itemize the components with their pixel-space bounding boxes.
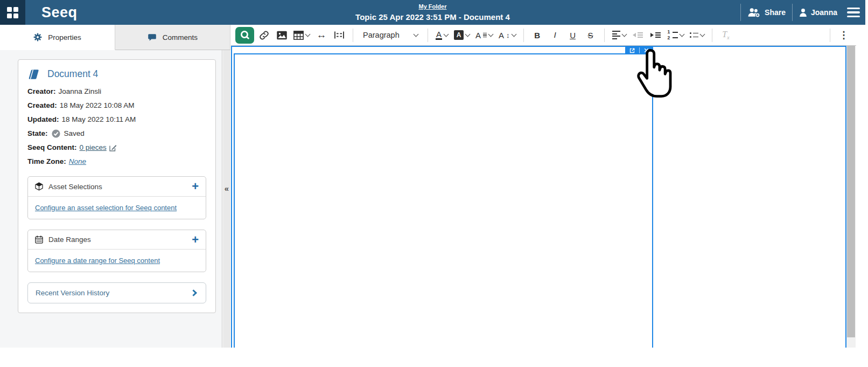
chevron-down-icon (679, 31, 684, 37)
date-ranges-card: Date Ranges + Configure a date range for… (27, 230, 206, 272)
seeq-content-pieces-link[interactable]: 0 pieces (80, 143, 107, 151)
page-width-button[interactable]: ↔ (313, 27, 330, 43)
strikethrough-button[interactable]: S (583, 27, 599, 43)
underline-button[interactable]: U (565, 27, 581, 43)
main-menu-button[interactable] (847, 8, 860, 18)
recent-version-history-label: Recent Version History (36, 289, 109, 297)
seeq-content-row: Seeq Content: 0 pieces (27, 143, 206, 152)
font-family-icon: A (475, 31, 481, 40)
italic-button[interactable]: I (547, 27, 563, 43)
toolbar-separator (830, 29, 830, 42)
user-label: Joanna (811, 8, 837, 17)
editor-scrollbar-thumb[interactable] (847, 46, 855, 337)
link-button[interactable] (256, 27, 272, 43)
outdent-icon (633, 32, 643, 37)
document-editor-canvas[interactable] (231, 46, 846, 348)
toolbar-overflow-button[interactable]: ⋮ (836, 27, 852, 43)
numbered-list-dropdown[interactable]: 1 2 (666, 27, 686, 43)
font-family-button[interactable]: A (473, 27, 495, 43)
chevron-down-icon (621, 31, 627, 37)
bold-button[interactable]: B (529, 27, 545, 43)
bulleted-list-dropdown[interactable] (688, 27, 707, 43)
configure-asset-selection-link[interactable]: Configure an asset selection for Seeq co… (35, 204, 177, 212)
close-icon (644, 48, 649, 53)
tab-properties[interactable]: Properties (0, 25, 115, 50)
date-ranges-title: Date Ranges (48, 236, 91, 244)
tab-comments[interactable]: Comments (115, 25, 230, 50)
toolbar-separator (712, 29, 712, 42)
align-left-icon (612, 31, 620, 39)
home-button[interactable] (0, 0, 25, 25)
background-color-button[interactable]: A (452, 27, 472, 43)
toolbar-separator (604, 29, 605, 42)
updated-value: 18 May 2022 10:11 AM (62, 115, 136, 123)
breadcrumb-my-folder[interactable]: My Folder (419, 3, 447, 10)
toolbar-separator (428, 29, 428, 42)
close-widget-button[interactable] (644, 48, 649, 53)
editor-scrollbar (846, 46, 856, 348)
background-color-icon: A (454, 30, 464, 40)
editor-toolbar: ↔ Paragraph A A A A ↕ B I U (231, 25, 856, 46)
time-zone-link[interactable]: None (69, 157, 86, 165)
topbar-divider (792, 4, 793, 21)
edit-icon[interactable] (109, 144, 117, 151)
share-label: Share (765, 8, 786, 17)
sidebar-collapse-strip: « (223, 50, 230, 348)
chevron-down-icon (305, 31, 311, 37)
paragraph-style-label: Paragraph (363, 31, 400, 39)
remove-format-button[interactable]: Tx (718, 27, 734, 43)
comment-icon (148, 33, 157, 41)
indent-button[interactable] (648, 27, 664, 43)
page-title: Topic 25 Apr 2022 3:51 PM - Document 4 (355, 12, 510, 22)
text-alignment-dropdown[interactable] (610, 27, 628, 43)
document-icon (27, 69, 40, 80)
sidebar-collapse-button[interactable]: « (223, 184, 230, 193)
font-size-button[interactable]: A ↕ (496, 27, 518, 43)
app-grid-icon (7, 7, 18, 18)
configure-date-range-link[interactable]: Configure a date range for Seeq content (35, 257, 160, 265)
add-date-range-button[interactable]: + (192, 236, 199, 244)
indent-icon (650, 32, 661, 37)
up-down-arrow-icon: ↕ (506, 31, 510, 39)
chevron-down-icon (465, 31, 471, 37)
document-properties-card: Document 4 Creator: Joanna Zinsli Create… (18, 59, 216, 313)
open-widget-button[interactable] (629, 48, 635, 53)
chevron-down-icon (414, 31, 419, 37)
creator-row: Creator: Joanna Zinsli (27, 87, 206, 96)
hamburger-icon (847, 8, 860, 10)
page-break-button[interactable] (331, 27, 347, 43)
check-circle-icon (52, 129, 60, 138)
share-button[interactable]: Share (747, 8, 786, 18)
paragraph-style-dropdown[interactable]: Paragraph (359, 27, 422, 43)
recent-version-history-button[interactable]: Recent Version History (27, 282, 206, 303)
font-color-button[interactable]: A (433, 27, 450, 43)
toolbar-separator (523, 29, 524, 42)
chevron-down-icon (511, 31, 516, 37)
link-icon (259, 30, 269, 40)
insert-seeq-content-button[interactable] (235, 27, 254, 44)
state-value: Saved (64, 129, 85, 137)
topbar-divider (740, 4, 741, 21)
selected-content-widget[interactable] (234, 53, 653, 348)
table-icon (293, 31, 304, 40)
page-break-icon (334, 31, 345, 39)
bulleted-list-icon (690, 32, 699, 38)
seeq-logo[interactable]: Seeq (41, 4, 78, 21)
insert-table-button[interactable] (291, 27, 312, 43)
creator-value: Joanna Zinsli (59, 87, 102, 95)
asset-selections-card: Asset Selections + Configure an asset se… (27, 176, 206, 219)
cube-icon (35, 182, 43, 191)
created-row: Created: 18 May 2022 10:08 AM (27, 101, 206, 110)
chevron-down-icon (444, 31, 449, 37)
outdent-button[interactable] (630, 27, 646, 43)
user-menu-button[interactable]: Joanna (799, 8, 837, 17)
font-family-lines-icon (483, 33, 487, 38)
image-icon (276, 31, 288, 40)
insert-image-button[interactable] (274, 27, 290, 43)
remove-format-icon: Tx (722, 30, 729, 40)
tab-comments-label: Comments (163, 33, 198, 41)
topbar-title-block: My Folder Topic 25 Apr 2022 3:51 PM - Do… (355, 1, 510, 22)
add-asset-selection-button[interactable]: + (192, 183, 199, 190)
share-people-icon (747, 8, 761, 18)
user-icon (799, 8, 807, 17)
